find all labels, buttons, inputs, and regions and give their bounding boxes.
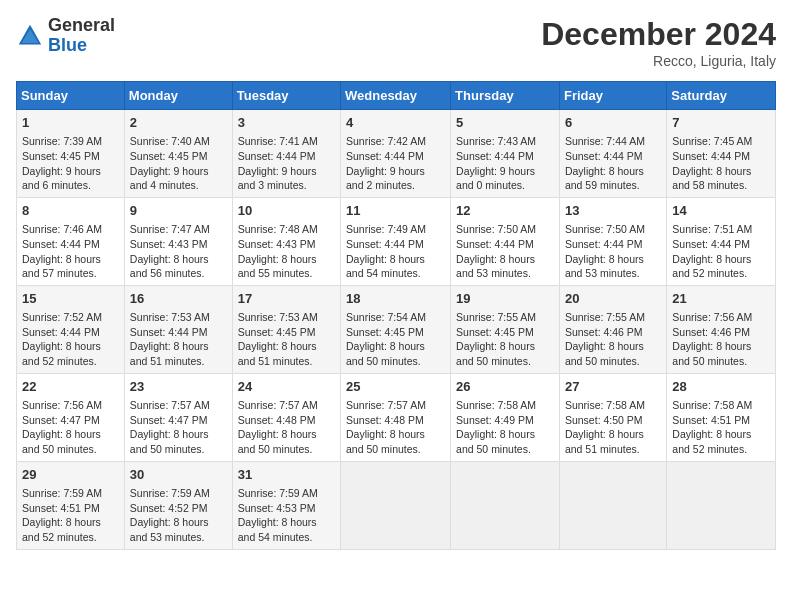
daylight-text: Daylight: 8 hours and 50 minutes. (22, 428, 101, 455)
sunrise-text: Sunrise: 7:41 AM (238, 135, 318, 147)
day-number: 5 (456, 114, 554, 132)
sunset-text: Sunset: 4:45 PM (238, 326, 316, 338)
sunset-text: Sunset: 4:48 PM (238, 414, 316, 426)
sunrise-text: Sunrise: 7:53 AM (130, 311, 210, 323)
day-number: 19 (456, 290, 554, 308)
day-number: 15 (22, 290, 119, 308)
daylight-text: Daylight: 8 hours and 50 minutes. (238, 428, 317, 455)
day-number: 4 (346, 114, 445, 132)
calendar-cell: 31 Sunrise: 7:59 AM Sunset: 4:53 PM Dayl… (232, 461, 340, 549)
calendar-cell: 16 Sunrise: 7:53 AM Sunset: 4:44 PM Dayl… (124, 285, 232, 373)
daylight-text: Daylight: 8 hours and 57 minutes. (22, 253, 101, 280)
sunrise-text: Sunrise: 7:53 AM (238, 311, 318, 323)
daylight-text: Daylight: 8 hours and 50 minutes. (456, 340, 535, 367)
calendar-cell: 14 Sunrise: 7:51 AM Sunset: 4:44 PM Dayl… (667, 197, 776, 285)
sunset-text: Sunset: 4:44 PM (130, 326, 208, 338)
sunset-text: Sunset: 4:45 PM (130, 150, 208, 162)
daylight-text: Daylight: 8 hours and 50 minutes. (565, 340, 644, 367)
sunset-text: Sunset: 4:46 PM (565, 326, 643, 338)
calendar-cell: 30 Sunrise: 7:59 AM Sunset: 4:52 PM Dayl… (124, 461, 232, 549)
sunset-text: Sunset: 4:46 PM (672, 326, 750, 338)
daylight-text: Daylight: 8 hours and 58 minutes. (672, 165, 751, 192)
sunrise-text: Sunrise: 7:54 AM (346, 311, 426, 323)
sunrise-text: Sunrise: 7:55 AM (565, 311, 645, 323)
daylight-text: Daylight: 8 hours and 52 minutes. (22, 516, 101, 543)
calendar-cell: 21 Sunrise: 7:56 AM Sunset: 4:46 PM Dayl… (667, 285, 776, 373)
sunset-text: Sunset: 4:48 PM (346, 414, 424, 426)
calendar-cell: 12 Sunrise: 7:50 AM Sunset: 4:44 PM Dayl… (451, 197, 560, 285)
day-number: 12 (456, 202, 554, 220)
sunset-text: Sunset: 4:51 PM (22, 502, 100, 514)
calendar-cell: 23 Sunrise: 7:57 AM Sunset: 4:47 PM Dayl… (124, 373, 232, 461)
daylight-text: Daylight: 8 hours and 53 minutes. (456, 253, 535, 280)
sunrise-text: Sunrise: 7:48 AM (238, 223, 318, 235)
sunset-text: Sunset: 4:47 PM (130, 414, 208, 426)
day-number: 2 (130, 114, 227, 132)
logo-text: General Blue (48, 16, 115, 56)
daylight-text: Daylight: 8 hours and 50 minutes. (456, 428, 535, 455)
calendar-cell: 8 Sunrise: 7:46 AM Sunset: 4:44 PM Dayli… (17, 197, 125, 285)
day-number: 6 (565, 114, 661, 132)
sunrise-text: Sunrise: 7:56 AM (672, 311, 752, 323)
day-number: 11 (346, 202, 445, 220)
day-header-thursday: Thursday (451, 82, 560, 110)
day-number: 25 (346, 378, 445, 396)
sunset-text: Sunset: 4:53 PM (238, 502, 316, 514)
logo-general: General (48, 15, 115, 35)
sunrise-text: Sunrise: 7:45 AM (672, 135, 752, 147)
daylight-text: Daylight: 8 hours and 50 minutes. (672, 340, 751, 367)
sunset-text: Sunset: 4:44 PM (22, 238, 100, 250)
calendar-cell: 25 Sunrise: 7:57 AM Sunset: 4:48 PM Dayl… (341, 373, 451, 461)
sunset-text: Sunset: 4:44 PM (565, 238, 643, 250)
calendar-cell: 9 Sunrise: 7:47 AM Sunset: 4:43 PM Dayli… (124, 197, 232, 285)
daylight-text: Daylight: 8 hours and 50 minutes. (346, 428, 425, 455)
daylight-text: Daylight: 9 hours and 2 minutes. (346, 165, 425, 192)
sunset-text: Sunset: 4:44 PM (672, 238, 750, 250)
sunrise-text: Sunrise: 7:58 AM (672, 399, 752, 411)
sunset-text: Sunset: 4:50 PM (565, 414, 643, 426)
sunset-text: Sunset: 4:44 PM (238, 150, 316, 162)
sunset-text: Sunset: 4:45 PM (456, 326, 534, 338)
calendar-cell: 28 Sunrise: 7:58 AM Sunset: 4:51 PM Dayl… (667, 373, 776, 461)
sunrise-text: Sunrise: 7:57 AM (238, 399, 318, 411)
daylight-text: Daylight: 8 hours and 52 minutes. (672, 428, 751, 455)
day-number: 30 (130, 466, 227, 484)
day-number: 16 (130, 290, 227, 308)
day-number: 23 (130, 378, 227, 396)
daylight-text: Daylight: 9 hours and 0 minutes. (456, 165, 535, 192)
day-header-saturday: Saturday (667, 82, 776, 110)
calendar-cell: 29 Sunrise: 7:59 AM Sunset: 4:51 PM Dayl… (17, 461, 125, 549)
day-header-monday: Monday (124, 82, 232, 110)
calendar-cell: 3 Sunrise: 7:41 AM Sunset: 4:44 PM Dayli… (232, 110, 340, 198)
calendar-cell: 4 Sunrise: 7:42 AM Sunset: 4:44 PM Dayli… (341, 110, 451, 198)
calendar-cell: 1 Sunrise: 7:39 AM Sunset: 4:45 PM Dayli… (17, 110, 125, 198)
day-number: 28 (672, 378, 770, 396)
sunrise-text: Sunrise: 7:58 AM (456, 399, 536, 411)
sunrise-text: Sunrise: 7:39 AM (22, 135, 102, 147)
day-number: 20 (565, 290, 661, 308)
daylight-text: Daylight: 8 hours and 52 minutes. (22, 340, 101, 367)
calendar-cell: 2 Sunrise: 7:40 AM Sunset: 4:45 PM Dayli… (124, 110, 232, 198)
daylight-text: Daylight: 8 hours and 51 minutes. (238, 340, 317, 367)
daylight-text: Daylight: 8 hours and 50 minutes. (346, 340, 425, 367)
calendar-cell: 27 Sunrise: 7:58 AM Sunset: 4:50 PM Dayl… (559, 373, 666, 461)
daylight-text: Daylight: 8 hours and 52 minutes. (672, 253, 751, 280)
sunset-text: Sunset: 4:45 PM (22, 150, 100, 162)
daylight-text: Daylight: 8 hours and 51 minutes. (130, 340, 209, 367)
day-number: 8 (22, 202, 119, 220)
sunrise-text: Sunrise: 7:50 AM (456, 223, 536, 235)
sunrise-text: Sunrise: 7:56 AM (22, 399, 102, 411)
day-number: 18 (346, 290, 445, 308)
sunrise-text: Sunrise: 7:57 AM (130, 399, 210, 411)
calendar-cell: 15 Sunrise: 7:52 AM Sunset: 4:44 PM Dayl… (17, 285, 125, 373)
calendar-cell (667, 461, 776, 549)
daylight-text: Daylight: 8 hours and 51 minutes. (565, 428, 644, 455)
sunrise-text: Sunrise: 7:57 AM (346, 399, 426, 411)
title-block: December 2024 Recco, Liguria, Italy (541, 16, 776, 69)
month-title: December 2024 (541, 16, 776, 53)
day-header-wednesday: Wednesday (341, 82, 451, 110)
daylight-text: Daylight: 8 hours and 56 minutes. (130, 253, 209, 280)
calendar-week-row: 1 Sunrise: 7:39 AM Sunset: 4:45 PM Dayli… (17, 110, 776, 198)
calendar-week-row: 8 Sunrise: 7:46 AM Sunset: 4:44 PM Dayli… (17, 197, 776, 285)
sunset-text: Sunset: 4:47 PM (22, 414, 100, 426)
